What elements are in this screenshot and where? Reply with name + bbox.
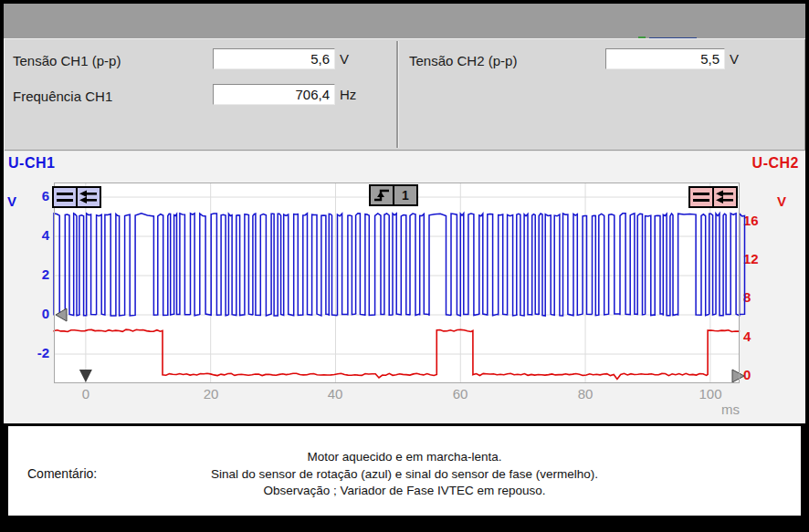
x-axis-tick: 80 [565,386,605,402]
ch2-amplitude-button[interactable] [688,186,714,208]
horizontal-lines-icon [56,190,74,204]
trigger-channel-button[interactable]: 1 [393,184,418,206]
comment-text: Motor aquecido e em marcha-lenta. Sinal … [4,449,805,500]
ch2-voltage-label: Tensão CH2 (p-p) [409,53,517,68]
x-axis-tick: 20 [191,386,231,402]
ch1-title: U-CH1 [8,155,55,172]
double-left-arrow-icon [716,190,734,204]
horizontal-lines-icon [692,190,710,204]
ch2-scale-buttons [688,186,738,208]
left-axis-tick: 2 [18,266,49,282]
right-axis-unit: V [777,193,786,209]
ch1-frequency-label: Frequência CH1 [13,89,112,104]
ch1-voltage-field[interactable]: 5,6 [213,48,335,69]
left-axis-unit: V [7,193,16,209]
ch1-voltage-label: Tensão CH1 (p-p) [13,53,121,68]
ch1-frequency-unit: Hz [340,87,356,102]
x-axis-tick: 60 [440,386,480,402]
x-axis-tick: 0 [66,386,106,402]
title-bar [4,4,805,38]
ch2-voltage-field[interactable]: 5,5 [605,48,725,69]
fsa-scope-screen: { "accent_colors": {"ch1_blue": "#1414cf… [0,0,809,532]
ch1-frequency-field[interactable]: 706,4 [213,84,335,105]
comment-line: Motor aquecido e em marcha-lenta. [4,449,805,466]
left-axis-tick: -2 [18,345,49,360]
comment-line: Observação ; Variador de Fase IVTEC em r… [4,483,805,500]
double-left-arrow-icon [79,190,98,204]
trigger-buttons: 1 [369,184,418,206]
trigger-edge-button[interactable] [369,184,394,206]
panel-divider [396,41,398,148]
left-axis-tick: 6 [18,188,49,203]
x-axis-unit: ms [721,402,740,417]
rising-edge-icon [373,188,391,203]
left-axis-tick: 4 [18,227,49,243]
ch1-amplitude-button[interactable] [52,186,78,208]
ch2-shift-left-button[interactable] [712,186,738,208]
ch1-voltage-unit: V [340,51,349,67]
oscilloscope-plot[interactable] [54,183,757,388]
left-axis-tick: 0 [18,306,49,321]
x-axis-tick: 100 [690,386,730,402]
x-axis-tick: 40 [315,386,355,402]
trigger-channel-number: 1 [402,188,409,203]
ch1-shift-left-button[interactable] [76,186,101,208]
ch1-scale-buttons [52,186,101,208]
ch2-title: U-CH2 [752,155,799,172]
comment-line: Sinal do sensor de rotação (azul) e sina… [4,466,805,484]
ch2-voltage-unit: V [730,51,739,67]
